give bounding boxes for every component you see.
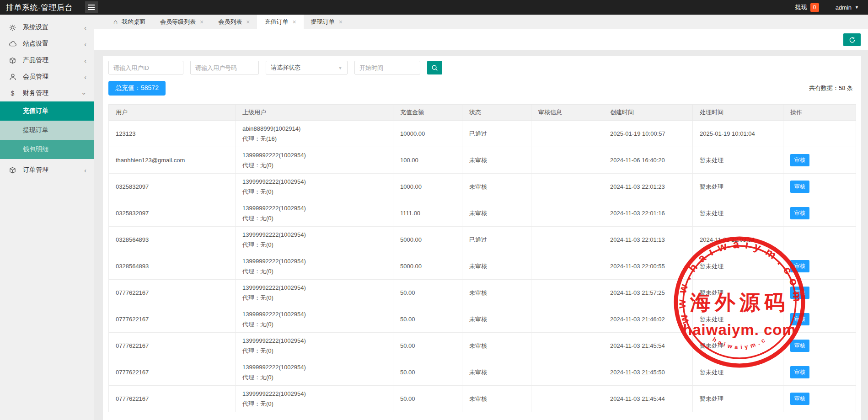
- parent-account: 13999992222(1002954): [242, 203, 393, 213]
- cell-user: 0777622167: [109, 386, 236, 412]
- cell-created-time: 2025-01-19 10:00:57: [603, 121, 693, 147]
- audit-button[interactable]: 审核: [790, 340, 809, 352]
- parent-agent: 代理：无(0): [242, 266, 393, 276]
- cell-user: 0777622167: [109, 280, 236, 306]
- refresh-icon: [849, 37, 856, 43]
- sidebar-item-finance-management[interactable]: $ 财务管理 ⌄: [0, 85, 94, 101]
- sidebar-subitem-wallet-details[interactable]: 钱包明细: [0, 140, 94, 159]
- chevron-left-icon: ‹: [84, 167, 86, 174]
- parent-account: 13999992222(1002954): [242, 177, 393, 187]
- cell-processed-time: 暂未处理: [693, 386, 783, 412]
- parent-account: 13999992222(1002954): [242, 150, 393, 160]
- cell-processed-time: 暂未处理: [693, 333, 783, 359]
- parent-agent: 代理：无(0): [242, 346, 393, 356]
- cell-processed-time: 暂未处理: [693, 306, 783, 333]
- cell-amount: 1000.00: [393, 174, 462, 200]
- sidebar-item-system-settings[interactable]: 系统设置 ‹: [0, 19, 94, 36]
- cell-parent-user: 13999992222(1002954) 代理：无(0): [236, 147, 393, 174]
- table-row: 0777622167 13999992222(1002954) 代理：无(0) …: [109, 333, 856, 359]
- sidebar-subitem-withdraw-orders[interactable]: 提现订单: [0, 121, 94, 140]
- column-header: 充值金额: [393, 105, 462, 121]
- close-icon[interactable]: ×: [246, 18, 250, 26]
- topbar-right: 提现 0 admin ▼: [795, 3, 868, 12]
- cell-amount: 5000.00: [393, 227, 462, 253]
- cell-status: 未审核: [462, 253, 531, 280]
- sidebar-item-label: 会员管理: [23, 73, 48, 81]
- parent-agent: 代理：无(0): [242, 319, 393, 330]
- cell-user: thanhhien123@gmail.com: [109, 147, 236, 174]
- tab-my-desktop[interactable]: ⌂ 我的桌面: [106, 15, 153, 29]
- audit-button[interactable]: 审核: [790, 260, 809, 272]
- tab-member-list[interactable]: 会员列表 ×: [211, 15, 257, 29]
- audit-button[interactable]: 审核: [790, 366, 809, 378]
- audit-button[interactable]: 审核: [790, 393, 809, 405]
- withdraw-count-badge: 0: [810, 3, 819, 12]
- cell-created-time: 2024-11-03 21:45:54: [603, 333, 693, 359]
- audit-button[interactable]: 审核: [790, 154, 809, 166]
- cell-user: 123123: [109, 121, 236, 147]
- cell-audit-info: [531, 227, 603, 253]
- sidebar-subitem-recharge-orders[interactable]: 充值订单: [0, 101, 94, 121]
- cell-amount: 50.00: [393, 386, 462, 412]
- start-time-input[interactable]: [354, 61, 420, 74]
- sidebar-item-site-settings[interactable]: 站点设置 ‹: [0, 36, 94, 52]
- user-menu[interactable]: admin ▼: [836, 4, 859, 11]
- column-header: 操作: [783, 105, 856, 121]
- cell-amount: 50.00: [393, 359, 462, 386]
- table-row: 0328564893 13999992222(1002954) 代理：无(0) …: [109, 253, 856, 280]
- sidebar-toggle-button[interactable]: [85, 1, 98, 13]
- audit-button[interactable]: 审核: [790, 287, 809, 299]
- gear-icon: [9, 24, 16, 31]
- parent-account: 13999992222(1002954): [242, 389, 393, 399]
- sidebar-item-label: 产品管理: [23, 56, 48, 64]
- refresh-button[interactable]: [843, 33, 861, 46]
- cell-created-time: 2024-11-03 22:00:55: [603, 253, 693, 280]
- cell-action: 审核: [783, 253, 856, 280]
- cell-user: 0777622167: [109, 306, 236, 333]
- tab-label: 我的桌面: [122, 18, 145, 26]
- cell-user: 0777622167: [109, 333, 236, 359]
- table-row: 0777622167 13999992222(1002954) 代理：无(0) …: [109, 359, 856, 386]
- user-id-input[interactable]: [108, 61, 183, 74]
- column-header: 处理时间: [693, 105, 783, 121]
- cell-status: 未审核: [462, 147, 531, 174]
- withdraw-notice[interactable]: 提现 0: [795, 3, 819, 12]
- cell-amount: 1111.00: [393, 200, 462, 227]
- close-icon[interactable]: ×: [292, 18, 296, 26]
- audit-button[interactable]: 审核: [790, 207, 809, 219]
- status-select[interactable]: 请选择状态 ▼: [266, 61, 348, 74]
- sidebar-item-order-management[interactable]: 订单管理 ‹: [0, 162, 94, 178]
- cell-audit-info: [531, 174, 603, 200]
- cell-audit-info: [531, 306, 603, 333]
- home-icon: ⌂: [113, 18, 118, 26]
- cell-parent-user: 13999992222(1002954) 代理：无(0): [236, 333, 393, 359]
- cell-status: 未审核: [462, 333, 531, 359]
- close-icon[interactable]: ×: [200, 18, 204, 26]
- audit-button[interactable]: 审核: [790, 181, 809, 193]
- tab-recharge-orders[interactable]: 充值订单 ×: [257, 15, 303, 29]
- tab-member-levels[interactable]: 会员等级列表 ×: [153, 15, 211, 29]
- table-row: thanhhien123@gmail.com 13999992222(10029…: [109, 147, 856, 174]
- search-button[interactable]: [427, 61, 442, 74]
- parent-account: 13999992222(1002954): [242, 336, 393, 346]
- chevron-down-icon: ▼: [338, 65, 343, 70]
- cell-amount: 10000.00: [393, 121, 462, 147]
- parent-account: 13999992222(1002954): [242, 362, 393, 372]
- parent-agent: 代理：无(0): [242, 160, 393, 170]
- user-phone-input[interactable]: [190, 61, 259, 74]
- audit-button[interactable]: 审核: [790, 313, 809, 325]
- product-icon: [9, 57, 16, 64]
- cell-user: 0328564893: [109, 253, 236, 280]
- sidebar-item-product-management[interactable]: 产品管理 ‹: [0, 52, 94, 69]
- parent-agent: 代理：无(0): [242, 240, 393, 250]
- tab-withdraw-orders[interactable]: 提现订单 ×: [304, 15, 350, 29]
- sidebar-item-member-management[interactable]: 会员管理 ‹: [0, 69, 94, 85]
- tab-label: 提现订单: [311, 18, 335, 26]
- cell-audit-info: [531, 121, 603, 147]
- parent-agent: 代理：无(0): [242, 372, 393, 383]
- record-count: 共有数据：58 条: [809, 84, 856, 92]
- sidebar-item-label: 财务管理: [23, 89, 48, 97]
- cell-status: 未审核: [462, 359, 531, 386]
- cell-action: 审核: [783, 147, 856, 174]
- close-icon[interactable]: ×: [339, 18, 343, 26]
